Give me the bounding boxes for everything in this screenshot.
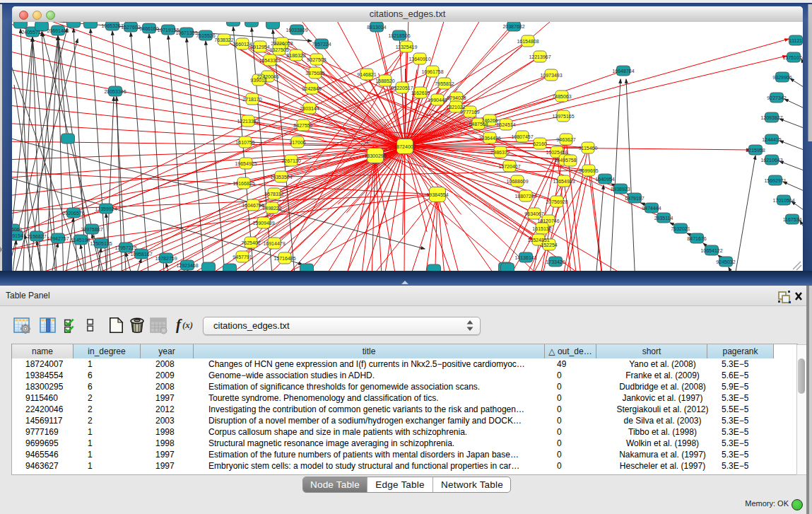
svg-text:1733426: 1733426 — [546, 259, 565, 264]
svg-text:10973493: 10973493 — [540, 73, 562, 78]
svg-text:10958167: 10958167 — [130, 252, 152, 257]
svg-text:2718170: 2718170 — [242, 97, 261, 102]
svg-text:f: f — [176, 317, 182, 333]
svg-text:7515526: 7515526 — [196, 33, 215, 38]
svg-text:16033809: 16033809 — [286, 28, 307, 33]
svg-text:5578312: 5578312 — [264, 192, 283, 197]
svg-text:9699695: 9699695 — [579, 168, 598, 173]
svg-text:6479197: 6479197 — [625, 196, 644, 201]
svg-text:16210643: 16210643 — [760, 158, 782, 163]
svg-text:1640954: 1640954 — [595, 177, 614, 182]
svg-text:12505135: 12505135 — [90, 241, 112, 246]
svg-text:18807249: 18807249 — [514, 194, 536, 199]
svg-text:1821022: 1821022 — [446, 105, 465, 110]
svg-text:23226058: 23226058 — [271, 41, 293, 46]
svg-text:3267130: 3267130 — [281, 158, 300, 163]
svg-text:(x): (x) — [182, 320, 193, 330]
svg-text:7625402: 7625402 — [241, 240, 260, 245]
svg-text:8186328: 8186328 — [286, 53, 305, 58]
svg-text:16543362: 16543362 — [259, 58, 281, 63]
svg-text:6466160: 6466160 — [139, 26, 158, 31]
svg-text:20206576: 20206576 — [62, 211, 84, 216]
svg-text:10653267: 10653267 — [101, 23, 123, 28]
svg-text:1990448: 1990448 — [428, 98, 447, 103]
svg-text:16961758: 16961758 — [421, 69, 443, 74]
svg-text:746266: 746266 — [481, 118, 498, 123]
svg-text:1615132: 1615132 — [532, 226, 551, 231]
svg-text:16046796: 16046796 — [242, 203, 264, 208]
svg-text:16648784: 16648784 — [612, 69, 634, 74]
svg-text:3875685: 3875685 — [305, 71, 324, 76]
svg-text:9245032: 9245032 — [716, 259, 735, 264]
svg-text:15751074: 15751074 — [782, 55, 803, 60]
svg-text:8427552: 8427552 — [293, 123, 312, 128]
svg-text:317006: 317006 — [289, 140, 305, 145]
svg-text:9227342: 9227342 — [767, 95, 786, 100]
svg-text:9242848: 9242848 — [302, 86, 321, 91]
svg-text:15720407: 15720407 — [498, 164, 520, 169]
svg-text:1162615: 1162615 — [411, 90, 430, 95]
svg-text:17957225: 17957225 — [114, 245, 136, 250]
svg-text:9463627: 9463627 — [556, 137, 575, 142]
svg-text:39154: 39154 — [12, 233, 23, 238]
svg-text:15716485: 15716485 — [273, 256, 295, 261]
svg-text:15692971: 15692971 — [764, 178, 786, 183]
svg-text:11325419: 11325419 — [396, 45, 418, 49]
svg-text:7857224: 7857224 — [312, 42, 331, 47]
svg-text:1498222: 1498222 — [262, 206, 281, 211]
svg-text:3660124: 3660124 — [233, 42, 252, 47]
svg-text:12093827: 12093827 — [760, 115, 782, 120]
svg-text:2156827: 2156827 — [27, 234, 46, 239]
svg-text:9115460: 9115460 — [579, 146, 598, 151]
svg-text:1610755: 1610755 — [235, 140, 254, 145]
svg-text:83220517: 83220517 — [391, 86, 413, 90]
svg-text:12923468: 12923468 — [176, 263, 198, 268]
svg-text:14136141: 14136141 — [514, 255, 536, 260]
svg-text:16154808: 16154808 — [517, 39, 539, 44]
svg-text:2935114: 2935114 — [654, 216, 673, 221]
svg-text:12213967: 12213967 — [529, 54, 551, 59]
svg-text:9634067: 9634067 — [524, 211, 543, 216]
svg-text:16782759: 16782759 — [155, 256, 177, 261]
svg-text:1145194: 1145194 — [71, 238, 90, 243]
svg-text:2803144: 2803144 — [300, 106, 319, 111]
svg-text:62160: 62160 — [533, 141, 547, 146]
svg-text:13524851: 13524851 — [527, 238, 549, 243]
svg-text:1588520: 1588520 — [375, 78, 394, 83]
svg-text:20691406: 20691406 — [47, 28, 69, 33]
svg-text:10671355: 10671355 — [175, 30, 197, 35]
svg-text:12942757: 12942757 — [47, 236, 69, 241]
svg-text:13975165: 13975165 — [552, 114, 574, 119]
svg-text:9457791: 9457791 — [233, 255, 252, 259]
svg-text:939013: 939013 — [250, 78, 266, 83]
svg-text:8215958: 8215958 — [746, 148, 765, 153]
svg-text:2986372: 2986372 — [490, 150, 510, 155]
svg-text:19654925: 19654925 — [235, 161, 257, 166]
svg-text:7935061: 7935061 — [12, 227, 23, 232]
svg-text:1624514: 1624514 — [496, 122, 515, 127]
svg-text:10120746: 10120746 — [537, 218, 559, 223]
svg-text:13640910: 13640910 — [408, 57, 430, 62]
svg-text:19166825: 19166825 — [233, 181, 254, 186]
svg-text:8938923: 8938923 — [611, 187, 630, 192]
svg-text:11121: 11121 — [789, 38, 803, 43]
svg-text:10654122: 10654122 — [700, 248, 722, 253]
svg-text:16914479: 16914479 — [263, 241, 285, 246]
svg-text:18218506: 18218506 — [388, 33, 410, 38]
svg-text:14353504: 14353504 — [270, 175, 292, 180]
svg-text:9329906: 9329906 — [772, 75, 792, 80]
svg-text:10688609: 10688609 — [506, 179, 528, 184]
svg-text:15909489: 15909489 — [252, 221, 274, 226]
svg-text:20387682: 20387682 — [502, 24, 524, 29]
svg-text:17010504: 17010504 — [772, 198, 794, 203]
svg-text:18300295: 18300295 — [364, 153, 386, 158]
svg-text:152254: 152254 — [541, 243, 557, 247]
svg-text:7632021: 7632021 — [671, 226, 690, 231]
svg-text:9327505: 9327505 — [269, 47, 288, 52]
svg-text:6794028: 6794028 — [447, 95, 466, 100]
svg-text:10807457: 10807457 — [511, 134, 533, 139]
svg-text:28053346: 28053346 — [104, 89, 126, 94]
svg-text:7638322: 7638322 — [214, 37, 233, 42]
svg-text:1167534: 1167534 — [783, 217, 802, 222]
svg-text:1244415: 1244415 — [762, 137, 781, 142]
